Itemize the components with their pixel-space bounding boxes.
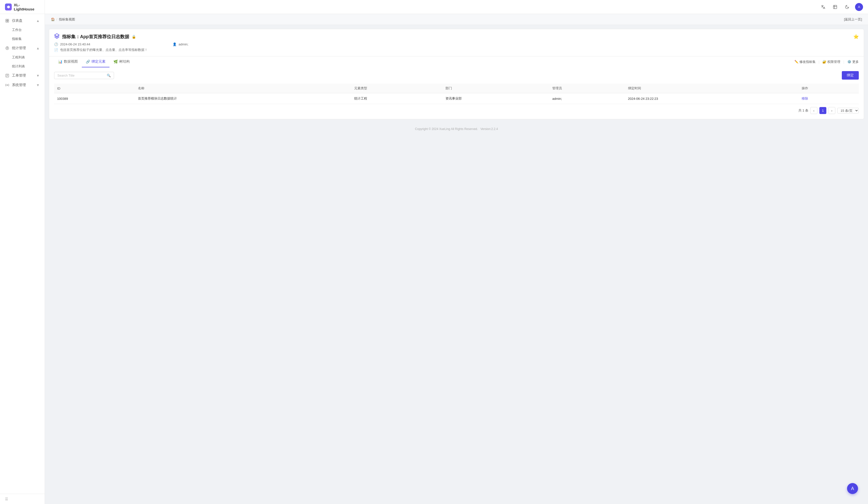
prev-page-btn[interactable]: ‹ <box>810 107 817 114</box>
metric-title-row: 指标集：App首页推荐位日志数据 🔒 ⭐ <box>54 33 859 40</box>
page-size-select[interactable]: 15 条/页 30 条/页 50 条/页 <box>837 108 859 114</box>
sidebar-item-sys-manage[interactable]: 系统管理 ▼ <box>0 80 45 90</box>
remove-link[interactable]: 移除 <box>802 96 808 100</box>
metric-admin: admin; <box>178 42 188 46</box>
tab-tree-structure[interactable]: 🌿 树结构 <box>110 56 134 68</box>
tree-structure-label: 树结构 <box>119 59 130 64</box>
svg-marker-17 <box>55 34 59 37</box>
cell-admin: admin; <box>549 93 625 104</box>
permission-icon: 🔐 <box>822 60 826 64</box>
main-wrapper: A 🏠 / 指标集视图 [返回上一页] 指标集：App首页推荐位日志数据 <box>45 0 868 504</box>
work-order-icon <box>5 73 10 78</box>
table-body: 100389 首页推荐模块日志数据统计 统计工程 资讯事业部 admin; 20… <box>54 93 859 104</box>
app-name: XL-LightHouse <box>14 3 40 11</box>
total-label: 共 1 条 <box>798 108 808 113</box>
sidebar-item-dashboard[interactable]: 仪表盘 ▲ <box>0 16 45 25</box>
permission-label: 权限管理 <box>827 60 840 64</box>
sys-manage-label: 系统管理 <box>12 83 26 87</box>
svg-point-7 <box>7 48 8 49</box>
breadcrumb-home-icon[interactable]: 🏠 <box>51 18 55 21</box>
cell-element-type: 统计工程 <box>351 93 443 104</box>
cell-name: 首页推荐模块日志数据统计 <box>135 93 351 104</box>
breadcrumb: 🏠 / 指标集视图 <box>51 17 75 22</box>
sidebar-item-projects[interactable]: 工程列表 <box>0 53 45 62</box>
sidebar-item-stats-list[interactable]: 统计列表 <box>0 62 45 71</box>
sidebar-item-stats-manage[interactable]: 统计管理 ▲ <box>0 43 45 53</box>
main-card: 指标集：App首页推荐位日志数据 🔒 ⭐ 🕐 2024-06-24 15:40:… <box>49 29 864 119</box>
sidebar-logo: XL-LightHouse <box>0 0 45 14</box>
col-element-type: 元素类型 <box>351 84 443 93</box>
sidebar: XL-LightHouse 仪表盘 ▲ 工作台 指标集 统计管理 ▲ 工 <box>0 0 45 504</box>
bind-button[interactable]: 绑定 <box>842 71 859 80</box>
svg-rect-3 <box>8 19 9 20</box>
translate-icon[interactable] <box>819 3 827 11</box>
stats-manage-icon <box>5 46 10 50</box>
more-action[interactable]: ⚙️ 更多 <box>847 60 859 64</box>
col-id: ID <box>54 84 135 93</box>
dashboard-icon <box>5 19 10 23</box>
sidebar-bottom: ☰ <box>0 494 45 504</box>
col-name: 名称 <box>135 84 351 93</box>
sidebar-item-workbench[interactable]: 工作台 <box>0 25 45 34</box>
fab-button[interactable]: A <box>847 483 858 494</box>
table-toolbar: 🔍 绑定 <box>54 71 859 80</box>
action-sep-1: | <box>819 60 820 64</box>
breadcrumb-sep: / <box>56 18 58 21</box>
col-admin: 管理员 <box>549 84 625 93</box>
col-bind-time: 绑定时间 <box>625 84 799 93</box>
search-input[interactable] <box>58 74 106 78</box>
action-sep-2: | <box>843 60 844 64</box>
cell-action: 移除 <box>799 93 859 104</box>
col-action: 操作 <box>799 84 859 93</box>
svg-rect-14 <box>833 5 837 9</box>
cell-department: 资讯事业部 <box>443 93 549 104</box>
data-view-label: 数据视图 <box>64 59 78 64</box>
svg-rect-5 <box>8 21 9 22</box>
tree-structure-icon: 🌿 <box>113 60 118 64</box>
sidebar-nav: 仪表盘 ▲ 工作台 指标集 统计管理 ▲ 工程列表 统计列表 工单管理 <box>0 14 45 494</box>
content: 🏠 / 指标集视图 [返回上一页] 指标集：App首页推荐位日志数据 🔒 ⭐ <box>45 14 868 504</box>
user-avatar[interactable]: A <box>855 3 863 11</box>
tabs-actions: ✏️ 修改指标集 | 🔐 权限管理 | ⚙️ 更多 <box>794 60 859 64</box>
svg-point-13 <box>7 85 8 85</box>
work-order-chevron: ▼ <box>36 74 40 78</box>
metric-meta: 🕐 2024-06-24 15:40:44 📄 包括首页推荐位贴子的曝光量、点击… <box>54 42 859 56</box>
header-right: A <box>819 3 863 11</box>
sys-manage-chevron: ▼ <box>36 83 40 87</box>
footer-copyright: Copyright © 2024 XueLing All Rights Rese… <box>415 127 478 131</box>
dashboard-label: 仪表盘 <box>12 19 22 23</box>
clock-icon: 🕐 <box>54 42 58 46</box>
data-table: ID 名称 元素类型 部门 管理员 绑定时间 操作 100389 首页推荐模块日 <box>54 84 859 104</box>
tab-data-view[interactable]: 📊 数据视图 <box>54 56 82 68</box>
stats-manage-chevron: ▲ <box>36 47 40 50</box>
bind-elements-icon: 🔗 <box>86 60 90 64</box>
stats-manage-label: 统计管理 <box>12 46 26 50</box>
back-link[interactable]: [返回上一页] <box>844 17 862 22</box>
edit-metric-action[interactable]: ✏️ 修改指标集 <box>794 60 816 64</box>
next-page-btn[interactable]: › <box>828 107 835 114</box>
star-icon[interactable]: ⭐ <box>853 34 859 39</box>
edit-metric-label: 修改指标集 <box>799 60 816 64</box>
sidebar-item-work-order[interactable]: 工单管理 ▼ <box>0 71 45 80</box>
permission-action[interactable]: 🔐 权限管理 <box>822 60 840 64</box>
col-department: 部门 <box>443 84 549 93</box>
metric-admin-row: 👤 admin; <box>173 42 188 46</box>
page-1-btn[interactable]: 1 <box>819 107 826 114</box>
sidebar-collapse-icon[interactable]: ☰ <box>5 497 8 501</box>
moon-icon[interactable] <box>843 3 851 11</box>
pagination: 共 1 条 ‹ 1 › 15 条/页 30 条/页 50 条/页 <box>54 104 859 115</box>
file-icon: 📄 <box>54 48 58 52</box>
metric-header: 指标集：App首页推荐位日志数据 🔒 ⭐ 🕐 2024-06-24 15:40:… <box>49 29 864 56</box>
search-box[interactable]: 🔍 <box>54 72 114 79</box>
sys-manage-icon <box>5 83 10 87</box>
tab-bind-elements[interactable]: 🔗 绑定元素 <box>82 56 110 68</box>
footer-version: Version:2.2.4 <box>480 127 498 131</box>
dashboard-chevron: ▲ <box>36 19 40 22</box>
bind-elements-label: 绑定元素 <box>92 59 105 64</box>
metric-desc-row: 📄 包括首页推荐位贴子的曝光量、点击量、点击率等指标数据！ <box>54 48 148 52</box>
breadcrumb-current: 指标集视图 <box>59 17 75 22</box>
sidebar-item-metrics[interactable]: 指标集 <box>0 34 45 43</box>
table-head: ID 名称 元素类型 部门 管理员 绑定时间 操作 <box>54 84 859 93</box>
header: A <box>45 0 868 14</box>
layout-icon[interactable] <box>831 3 839 11</box>
